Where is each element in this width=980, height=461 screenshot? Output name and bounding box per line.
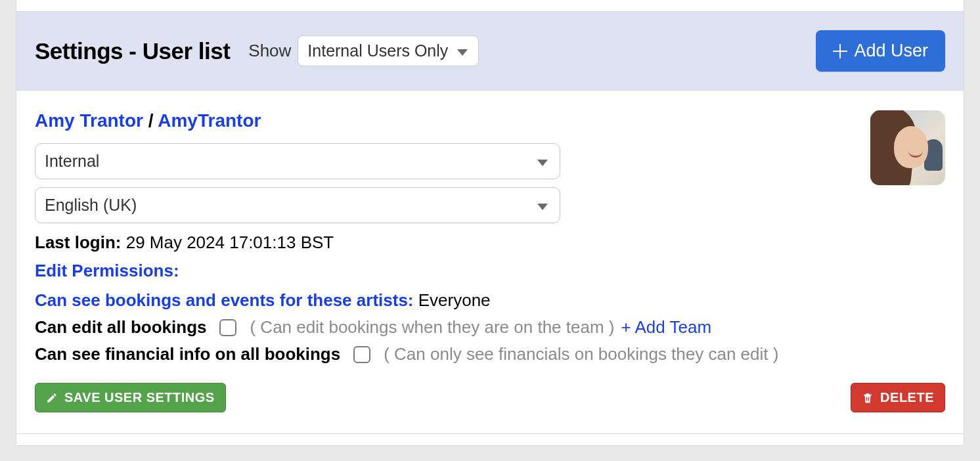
see-financial-label: Can see financial info on all bookings	[35, 344, 340, 364]
filter-select[interactable]: Internal Users Only	[298, 35, 479, 66]
filter-wrap: Show Internal Users Only	[248, 35, 479, 66]
delete-button[interactable]: DELETE	[851, 383, 945, 412]
see-bookings-label[interactable]: Can see bookings and events for these ar…	[35, 290, 414, 310]
filter-label: Show	[248, 41, 291, 61]
trash-icon	[862, 392, 874, 404]
page-header: Settings - User list Show Internal Users…	[16, 12, 964, 91]
add-user-button[interactable]: Add User	[816, 30, 945, 72]
save-label: SAVE USER SETTINGS	[64, 390, 215, 405]
settings-panel: Settings - User list Show Internal Users…	[16, 0, 964, 446]
pencil-icon	[46, 392, 58, 404]
name-separator: /	[148, 110, 158, 131]
username-link[interactable]: AmyTrantor	[158, 110, 261, 131]
user-display-name-link[interactable]: Amy Trantor	[35, 110, 143, 131]
user-type-select[interactable]: Internal	[35, 143, 560, 179]
see-bookings-line: Can see bookings and events for these ar…	[35, 290, 945, 311]
plus-icon	[833, 44, 847, 58]
header-left: Settings - User list Show Internal Users…	[35, 35, 479, 66]
edit-all-hint: ( Can edit bookings when they are on the…	[250, 317, 614, 338]
avatar[interactable]	[870, 110, 945, 185]
see-financial-line: Can see financial info on all bookings (…	[35, 344, 945, 364]
page-title: Settings - User list	[35, 38, 230, 64]
add-user-label: Add User	[854, 41, 928, 61]
panel-top-strip	[16, 0, 964, 12]
add-team-link[interactable]: + Add Team	[621, 317, 711, 338]
edit-all-label: Can edit all bookings	[35, 317, 206, 338]
delete-label: DELETE	[880, 390, 934, 405]
last-login-line: Last login: 29 May 2024 17:01:13 BST	[35, 232, 945, 253]
see-financial-hint: ( Can only see financials on bookings th…	[384, 344, 778, 364]
filter-select-value: Internal Users Only	[307, 43, 448, 59]
user-card: Amy Trantor / AmyTrantor Internal Englis…	[16, 91, 964, 433]
language-select[interactable]: English (UK)	[35, 187, 560, 223]
edit-all-checkbox[interactable]	[219, 319, 236, 336]
see-financial-checkbox[interactable]	[353, 346, 370, 363]
edit-permissions-heading[interactable]: Edit Permissions:	[35, 261, 945, 281]
last-login-label: Last login	[35, 232, 116, 252]
edit-all-line: Can edit all bookings ( Can edit booking…	[35, 317, 945, 338]
panel-bottom-strip	[16, 433, 964, 445]
user-name-line: Amy Trantor / AmyTrantor	[35, 110, 945, 131]
last-login-value: 29 May 2024 17:01:13 BST	[126, 232, 334, 252]
see-bookings-value: Everyone	[418, 290, 491, 310]
save-button[interactable]: SAVE USER SETTINGS	[35, 383, 226, 412]
language-value: English (UK)	[45, 196, 137, 214]
user-type-value: Internal	[45, 152, 99, 170]
actions-row: SAVE USER SETTINGS DELETE	[35, 383, 945, 412]
